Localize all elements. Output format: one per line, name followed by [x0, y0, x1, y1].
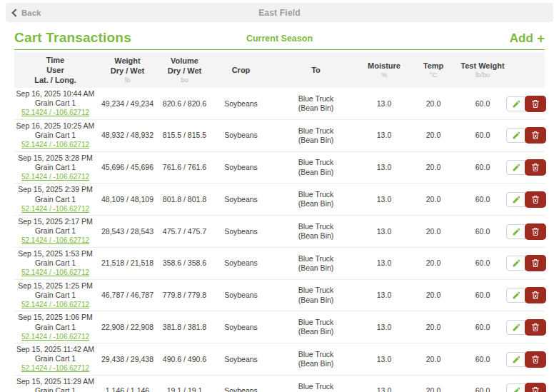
test-weight-cell: 60.0: [459, 291, 506, 300]
trash-icon: [531, 291, 540, 300]
test-weight-cell: 60.0: [459, 195, 506, 204]
edit-button[interactable]: [506, 383, 527, 392]
pencil-icon: [512, 355, 521, 364]
temp-cell: 20.0: [408, 227, 459, 236]
col-header-line: User: [46, 66, 64, 74]
temp-cell: 20.0: [408, 386, 459, 392]
edit-button[interactable]: [506, 160, 527, 175]
delete-button[interactable]: [525, 383, 546, 392]
temp-cell: 20.0: [408, 323, 459, 332]
trash-icon: [531, 195, 540, 204]
moisture-cell: 13.0: [361, 163, 408, 172]
coordinates-link[interactable]: 52.1424 / -106.62712: [21, 268, 89, 276]
add-transaction-button[interactable]: Add +: [510, 31, 545, 46]
row-actions: [506, 351, 546, 368]
destination-cell: Blue Truck(Bean Bin): [271, 94, 361, 113]
moisture-cell: 13.0: [361, 131, 408, 140]
coordinates-link[interactable]: 52.1424 / -106.62712: [21, 301, 89, 308]
weight-cell: 48,932 / 48,932: [96, 131, 158, 140]
edit-button[interactable]: [506, 96, 527, 111]
destination-line: (Bean Bin): [271, 296, 361, 305]
destination-cell: Blue Truck(Bean Bin): [271, 158, 361, 176]
edit-button[interactable]: [506, 128, 527, 143]
row-actions: [506, 383, 546, 392]
pencil-icon: [512, 131, 521, 140]
delete-button[interactable]: [525, 255, 546, 271]
weight-cell: 49,234 / 49,234: [96, 99, 158, 109]
temp-cell: 20.0: [408, 99, 459, 109]
coordinates-link[interactable]: 52.1424 / -106.62712: [21, 236, 89, 244]
row-actions: [506, 255, 546, 271]
volume-cell: 801.8 / 801.8: [158, 195, 211, 204]
col-header-line: Test Weight: [460, 61, 504, 70]
destination-line: Blue Truck: [271, 190, 361, 199]
edit-button[interactable]: [506, 256, 527, 271]
coordinates-link[interactable]: 52.1424 / -106.62712: [21, 364, 89, 372]
pencil-icon: [512, 99, 521, 109]
col-header-line: Weight: [114, 56, 140, 65]
coordinates-link[interactable]: 52.1424 / -106.62712: [21, 141, 89, 149]
col-header-line: Volume: [171, 56, 198, 65]
test-weight-cell: 60.0: [459, 258, 506, 268]
back-button[interactable]: Back: [13, 9, 41, 17]
crop-cell: Soybeans: [211, 323, 271, 332]
delete-button[interactable]: [525, 159, 546, 176]
transaction-user: Grain Cart 1: [14, 163, 96, 172]
transactions-table: TimeUserLat. / Long.WeightDry / WetlbVol…: [14, 52, 545, 392]
transaction-time: Sep 15, 2025 2:17 PM: [14, 217, 96, 226]
transaction-user: Grain Cart 1: [14, 131, 96, 140]
destination-line: Blue Truck: [271, 222, 361, 231]
moisture-cell: 13.0: [361, 291, 408, 300]
edit-button[interactable]: [506, 288, 527, 303]
weight-cell: 48,109 / 48,109: [96, 195, 158, 204]
edit-button[interactable]: [506, 320, 527, 335]
trash-icon: [531, 355, 540, 364]
transaction-user: Grain Cart 1: [14, 386, 96, 392]
coordinates-link[interactable]: 52.1424 / -106.62712: [21, 333, 89, 341]
pencil-icon: [512, 323, 521, 332]
delete-button[interactable]: [525, 127, 546, 144]
table-row: Sep 15, 2025 2:17 PMGrain Cart 152.1424 …: [14, 216, 545, 248]
test-weight-cell: 60.0: [459, 386, 506, 392]
col-header-moisture: Moisture%: [361, 61, 408, 79]
transaction-time: Sep 15, 2025 1:53 PM: [14, 249, 96, 258]
table-row: Sep 15, 2025 11:42 AMGrain Cart 152.1424…: [14, 343, 545, 376]
pencil-icon: [512, 227, 521, 236]
delete-button[interactable]: [525, 287, 546, 303]
coordinates-link[interactable]: 52.1424 / -106.62712: [21, 109, 89, 116]
table-row: Sep 15, 2025 2:39 PMGrain Cart 152.1424 …: [14, 184, 545, 216]
table-body: Sep 16, 2025 10:44 AMGrain Cart 152.1424…: [14, 88, 545, 392]
edit-button[interactable]: [506, 224, 527, 239]
col-header-line: Temp: [423, 61, 444, 70]
delete-button[interactable]: [525, 223, 546, 240]
delete-button[interactable]: [525, 351, 546, 368]
trash-icon: [531, 386, 540, 392]
test-weight-cell: 60.0: [459, 355, 506, 364]
transaction-user: Grain Cart 1: [14, 291, 96, 300]
table-row: Sep 16, 2025 10:25 AMGrain Cart 152.1424…: [14, 120, 545, 152]
moisture-cell: 13.0: [361, 195, 408, 204]
delete-button[interactable]: [525, 319, 546, 336]
edit-button[interactable]: [506, 192, 527, 207]
trash-icon: [531, 258, 540, 268]
delete-button[interactable]: [525, 191, 546, 208]
crop-cell: Soybeans: [211, 195, 271, 204]
edit-button[interactable]: [506, 352, 527, 367]
moisture-cell: 13.0: [361, 323, 408, 332]
transaction-time: Sep 15, 2025 11:42 AM: [14, 345, 96, 354]
col-header-weight: WeightDry / Wetlb: [96, 56, 158, 84]
pencil-icon: [512, 291, 521, 300]
coordinates-link[interactable]: 52.1424 / -106.62712: [21, 173, 89, 181]
section-header: Cart Transactions Current Season Add +: [14, 30, 545, 50]
delete-button[interactable]: [525, 96, 546, 112]
table-row: Sep 16, 2025 10:44 AMGrain Cart 152.1424…: [14, 88, 545, 120]
volume-cell: 761.6 / 761.6: [158, 163, 211, 172]
test-weight-cell: 60.0: [459, 99, 506, 109]
coordinates-link[interactable]: 52.1424 / -106.62712: [21, 205, 89, 213]
destination-line: Blue Truck: [271, 254, 361, 263]
transaction-user: Grain Cart 1: [14, 226, 96, 236]
row-actions: [506, 223, 546, 240]
back-button-label: Back: [21, 9, 41, 17]
weight-cell: 21,518 / 21,518: [96, 258, 158, 268]
plus-icon: +: [537, 31, 545, 46]
